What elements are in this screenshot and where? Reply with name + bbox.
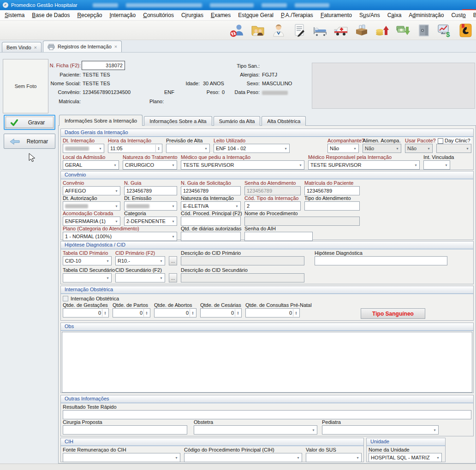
hospital-bed-icon[interactable] [312, 23, 328, 38]
menu-sus-ans[interactable]: Sus/Ans [356, 11, 384, 20]
qtde-cesarias-spinner[interactable]: 0▲▼ [200, 308, 242, 317]
tab-informacoes-internacao[interactable]: Informações Sobre a Internação [59, 115, 143, 126]
dt-internacao-combo[interactable]: ▾ [63, 144, 104, 153]
menu-sistema[interactable]: Sistema [1, 11, 28, 20]
nome-unidade-combo[interactable]: HOSPITAL SQL - MATRIZ▾ [369, 453, 442, 462]
acomodacao-cobrada-combo[interactable]: ENFERMARIA (1)▾ [63, 217, 120, 226]
n-guia-input[interactable]: 123456789 [124, 186, 177, 195]
menu-caixa[interactable]: Caixa [384, 11, 405, 20]
bi-dashboard-icon[interactable]: $ [437, 23, 452, 38]
local-admissao-combo[interactable]: GERAL▾ [63, 160, 119, 170]
tab-alta-obstetrica[interactable]: Alta Obstétrica [262, 116, 306, 126]
menu-internacao[interactable]: Internação [106, 11, 139, 20]
valor-sus-combo[interactable]: ▾ [306, 453, 362, 462]
menu-consultorios[interactable]: Consultórios [139, 11, 178, 20]
medico-responsavel-combo[interactable]: TESTE SUPERVISOR▾ [308, 160, 420, 170]
menu-pa-terapias[interactable]: P.A./Terapias [277, 11, 317, 20]
mouse-cursor [29, 153, 36, 165]
menu-bi[interactable]: BI [470, 11, 476, 20]
tab-registros-internacao[interactable]: Registros de Internação × [43, 41, 122, 52]
menu-recepcao[interactable]: Recepção [73, 11, 106, 20]
int-vinculada-combo[interactable]: ▾ [423, 160, 450, 170]
spinner-arrows-icon[interactable]: ▲▼ [235, 309, 241, 317]
plano-categoria-combo[interactable]: 1 - NORMAL (100%)▾ [63, 232, 177, 241]
user-sync-icon[interactable] [229, 23, 245, 38]
cid-secundario-lookup-button[interactable]: ... [169, 273, 177, 282]
tipo-atendimento-input[interactable] [304, 201, 360, 211]
natureza-tratamento-combo[interactable]: CIRURGICO▾ [123, 160, 177, 170]
cid-primario-combo[interactable]: R10.-▾ [115, 256, 165, 265]
natureza-internacao-combo[interactable]: E-ELETIVA▾ [181, 201, 241, 211]
hora-internacao-spinner[interactable]: 11:05▲▼ [108, 144, 162, 153]
cod-proced-principal-input[interactable] [181, 217, 241, 226]
patients-folder-icon[interactable] [250, 23, 266, 38]
chevron-down-icon: ▾ [435, 454, 441, 461]
menu-custo[interactable]: Custo [447, 11, 469, 20]
save-button[interactable]: Gravar [4, 115, 55, 130]
revenue-up-icon[interactable] [375, 23, 390, 38]
qtde-abortos-spinner[interactable]: 0▲▼ [154, 308, 196, 317]
tabela-cid-secundario-combo[interactable]: ▾ [63, 273, 112, 282]
menu-exames[interactable]: Exames [207, 11, 234, 20]
menu-estoque-geral[interactable]: Estoque Geral [234, 11, 277, 20]
qtde-gestacoes-spinner[interactable]: 0▲▼ [63, 308, 109, 317]
hipotese-diagnostica-input[interactable] [315, 256, 447, 265]
cod-tipo-internacao-input[interactable]: 2 [244, 201, 301, 211]
qtde-partos-spinner[interactable]: 0▲▼ [113, 308, 150, 317]
tabela-cid-primario-combo[interactable]: CID-10▾ [63, 256, 112, 265]
matricula-paciente-input[interactable]: 123456789 [304, 186, 360, 195]
cid-primario-lookup-button[interactable]: ... [169, 256, 177, 265]
ficha-input[interactable]: 318072 [82, 61, 125, 70]
menu-administracao[interactable]: Administração [405, 11, 447, 20]
enf-value: ENF [164, 89, 174, 95]
doctor-icon[interactable] [271, 23, 286, 38]
menu-base-de-dados[interactable]: Base de Dados [28, 11, 73, 20]
previsao-alta-combo[interactable]: ▾ [166, 144, 210, 153]
tab-sumario-alta[interactable]: Sumário da Alta [214, 116, 261, 126]
spinner-arrows-icon[interactable]: ▲▼ [102, 309, 108, 317]
plano-label: Plano: [149, 99, 164, 104]
day-clinic-checkbox[interactable] [438, 138, 443, 144]
dt-emissao-combo[interactable]: ▾ [124, 201, 177, 211]
field-cid-secundario-lookup: ... [169, 267, 177, 282]
phone-icon[interactable] [458, 23, 473, 38]
categoria-combo[interactable]: 2-DEPENDENTE▾ [124, 217, 177, 226]
section-title: Unidade [367, 438, 445, 446]
close-icon[interactable]: × [114, 44, 117, 49]
spinner-arrows-icon[interactable]: ▲▼ [155, 145, 161, 152]
tab-bem-vindo[interactable]: Bem Vindo × [2, 42, 42, 52]
spinner-arrows-icon[interactable]: ▲▼ [293, 309, 299, 317]
acompanhante-combo[interactable]: Não▾ [327, 144, 359, 153]
qtde-consultas-spinner[interactable]: 0▲▼ [245, 308, 300, 317]
contract-icon[interactable] [292, 23, 307, 38]
senha-aih-input[interactable] [244, 232, 313, 241]
n-guia-solicitacao-input[interactable]: 123456789 [181, 186, 241, 195]
ambulance-icon[interactable] [333, 23, 349, 38]
convenio-combo[interactable]: AFFEGO▾ [63, 186, 120, 195]
codigo-procedimento-cih-combo[interactable]: ▾ [184, 453, 302, 462]
return-button[interactable]: Retornar [4, 134, 55, 149]
qtd-diarias-input[interactable] [181, 232, 241, 241]
leito-utilizado-combo[interactable]: ENF 104 - 02▾ [214, 144, 290, 153]
field-medico-pediu: Médico que pediu a Internação TESTE SUPE… [181, 154, 304, 170]
dt-autorizacao-combo[interactable]: ▾ [63, 201, 120, 211]
obstetra-combo[interactable]: ▾ [194, 425, 317, 435]
safe-icon[interactable] [416, 23, 432, 38]
menu-faturamento[interactable]: Faturamento [317, 11, 356, 20]
cid-secundario-combo[interactable]: ▾ [115, 273, 165, 282]
fonte-remuneracao-combo[interactable]: ▾ [63, 453, 180, 462]
close-icon[interactable]: × [34, 45, 37, 50]
payment-down-icon[interactable] [395, 23, 411, 38]
resultado-teste-rapido-input[interactable] [63, 410, 471, 419]
chevron-down-icon: ▾ [158, 257, 164, 264]
spinner-arrows-icon[interactable]: ▲▼ [143, 309, 149, 317]
stock-box-icon[interactable] [354, 23, 369, 38]
spinner-arrows-icon[interactable]: ▲▼ [190, 309, 196, 317]
tab-informacoes-alta[interactable]: Informações Sobre a Alta [144, 116, 212, 126]
menu-cirurgias[interactable]: Cirurgias [178, 11, 207, 20]
tipo-sanguineo-button[interactable]: Tipo Sanguíneo [361, 308, 425, 319]
cirurgia-proposta-input[interactable] [63, 425, 187, 435]
obs-textarea[interactable] [62, 332, 472, 393]
medico-pediu-combo[interactable]: TESTE SUPERVISOR▾ [181, 160, 304, 170]
pediatra-combo[interactable]: ▾ [322, 425, 439, 435]
